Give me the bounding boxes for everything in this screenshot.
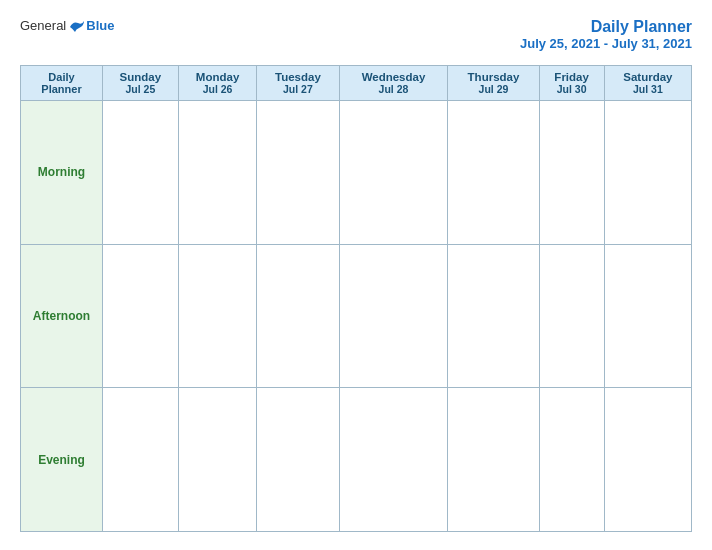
page-subtitle: July 25, 2021 - July 31, 2021 — [520, 36, 692, 51]
planner-header-cell: DailyPlanner — [21, 66, 103, 101]
afternoon-label: Afternoon — [21, 244, 103, 388]
monday-date: Jul 26 — [183, 83, 253, 95]
page: General Blue Daily Planner July 25, 2021… — [0, 0, 712, 550]
afternoon-saturday-cell[interactable] — [604, 244, 691, 388]
afternoon-thursday-cell[interactable] — [448, 244, 539, 388]
morning-monday-cell[interactable] — [178, 101, 257, 245]
afternoon-monday-cell[interactable] — [178, 244, 257, 388]
morning-saturday-cell[interactable] — [604, 101, 691, 245]
logo-general-text: General — [20, 18, 66, 33]
morning-wednesday-cell[interactable] — [339, 101, 448, 245]
afternoon-sunday-cell[interactable] — [103, 244, 179, 388]
evening-monday-cell[interactable] — [178, 388, 257, 532]
evening-wednesday-cell[interactable] — [339, 388, 448, 532]
col-tuesday: Tuesday Jul 27 — [257, 66, 339, 101]
saturday-date: Jul 31 — [609, 83, 687, 95]
afternoon-wednesday-cell[interactable] — [339, 244, 448, 388]
morning-row: Morning — [21, 101, 692, 245]
col-friday: Friday Jul 30 — [539, 66, 604, 101]
logo-text: General Blue — [20, 18, 114, 33]
morning-label: Morning — [21, 101, 103, 245]
saturday-name: Saturday — [609, 71, 687, 83]
evening-sunday-cell[interactable] — [103, 388, 179, 532]
header: General Blue Daily Planner July 25, 2021… — [20, 18, 692, 51]
col-saturday: Saturday Jul 31 — [604, 66, 691, 101]
wednesday-name: Wednesday — [344, 71, 444, 83]
header-row: DailyPlanner Sunday Jul 25 Monday Jul 26… — [21, 66, 692, 101]
evening-friday-cell[interactable] — [539, 388, 604, 532]
logo-bird-icon — [68, 19, 86, 33]
logo-blue-text: Blue — [86, 18, 114, 33]
afternoon-row: Afternoon — [21, 244, 692, 388]
wednesday-date: Jul 28 — [344, 83, 444, 95]
thursday-name: Thursday — [452, 71, 534, 83]
sunday-name: Sunday — [107, 71, 174, 83]
planner-header-label: DailyPlanner — [41, 71, 81, 95]
afternoon-tuesday-cell[interactable] — [257, 244, 339, 388]
col-wednesday: Wednesday Jul 28 — [339, 66, 448, 101]
afternoon-friday-cell[interactable] — [539, 244, 604, 388]
tuesday-date: Jul 27 — [261, 83, 334, 95]
evening-label: Evening — [21, 388, 103, 532]
col-monday: Monday Jul 26 — [178, 66, 257, 101]
monday-name: Monday — [183, 71, 253, 83]
morning-friday-cell[interactable] — [539, 101, 604, 245]
evening-saturday-cell[interactable] — [604, 388, 691, 532]
friday-name: Friday — [544, 71, 600, 83]
logo-area: General Blue — [20, 18, 114, 33]
thursday-date: Jul 29 — [452, 83, 534, 95]
col-thursday: Thursday Jul 29 — [448, 66, 539, 101]
page-title: Daily Planner — [520, 18, 692, 36]
evening-tuesday-cell[interactable] — [257, 388, 339, 532]
title-area: Daily Planner July 25, 2021 - July 31, 2… — [520, 18, 692, 51]
tuesday-name: Tuesday — [261, 71, 334, 83]
friday-date: Jul 30 — [544, 83, 600, 95]
morning-sunday-cell[interactable] — [103, 101, 179, 245]
calendar-table: DailyPlanner Sunday Jul 25 Monday Jul 26… — [20, 65, 692, 532]
col-sunday: Sunday Jul 25 — [103, 66, 179, 101]
morning-tuesday-cell[interactable] — [257, 101, 339, 245]
evening-row: Evening — [21, 388, 692, 532]
morning-thursday-cell[interactable] — [448, 101, 539, 245]
evening-thursday-cell[interactable] — [448, 388, 539, 532]
sunday-date: Jul 25 — [107, 83, 174, 95]
